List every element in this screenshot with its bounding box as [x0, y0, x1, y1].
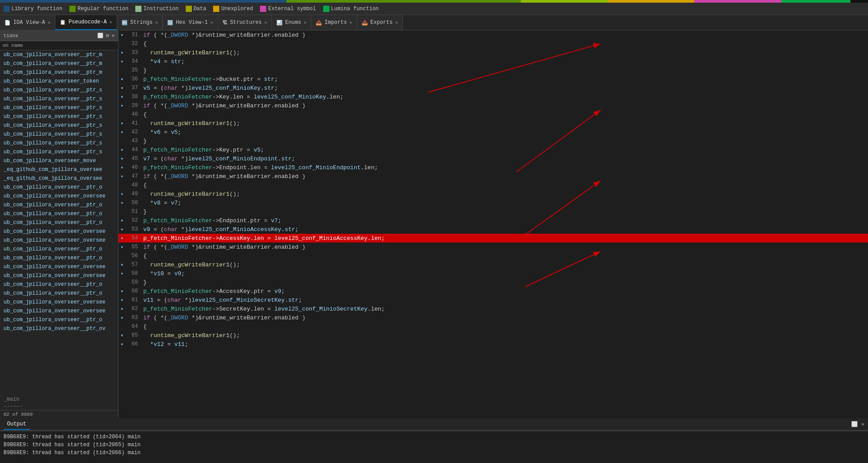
sidebar-item[interactable]: ub_com_jpillora_overseer__ptr_s — [0, 148, 118, 156]
sidebar-item[interactable]: ub_com_jpillora_overseer__ptr_s — [0, 103, 118, 112]
tab-close-exports[interactable]: ✕ — [395, 20, 398, 25]
sidebar-item[interactable]: ub_com_jpillora_overseer__ptr_m — [0, 68, 118, 77]
code-line[interactable]: ●60p_fetch_MinioFetcher->AccessKey.ptr =… — [119, 287, 868, 296]
tab-pseudocode-a[interactable]: 📋 Pseudocode-A ✕ — [55, 15, 117, 30]
code-line[interactable]: ●66 *v12 = v11; — [119, 340, 868, 349]
tab-exports[interactable]: 📤 Exports ✕ — [357, 15, 403, 30]
code-line[interactable]: ●50 *v8 = v7; — [119, 198, 868, 207]
tab-close-pseudo[interactable]: ✕ — [109, 19, 112, 25]
tab-close-hex[interactable]: ✕ — [210, 20, 213, 25]
legend-label-data: Data — [194, 6, 206, 12]
sidebar-item[interactable]: ub_com_jpillora_overseer__ptr_o — [0, 280, 118, 289]
tab-structures[interactable]: 🏗 Structures ✕ — [218, 15, 272, 30]
sidebar-item[interactable]: ub_com_jpillora_overseer__ptr_o — [0, 245, 118, 254]
tab-close-structures[interactable]: ✕ — [264, 20, 267, 25]
sidebar-item[interactable]: ub_com_jpillora_overseer__ptr_o — [0, 183, 118, 192]
code-line[interactable]: ●44p_fetch_MinioFetcher->Key.ptr = v5; — [119, 145, 868, 154]
sidebar-item[interactable]: ub_com_jpillora_overseer__ptr_m — [0, 50, 118, 59]
code-area[interactable]: ●31if ( *(_DWORD *)&runtime_writeBarrier… — [119, 30, 868, 418]
code-line[interactable]: ●53v9 = (char *)level25_conf_MinioAccess… — [119, 225, 868, 234]
code-line[interactable]: ●31if ( *(_DWORD *)&runtime_writeBarrier… — [119, 30, 868, 39]
sidebar-item[interactable]: ub_com_jpillora_overseer_oversee — [0, 307, 118, 315]
code-line[interactable]: 56{ — [119, 251, 868, 260]
sidebar-item[interactable]: ub_com_jpillora_overseer_oversee — [0, 236, 118, 245]
sidebar-item[interactable]: ub_com_jpillora_overseer__ptr_o — [0, 201, 118, 209]
code-line[interactable]: ●55if ( *(_DWORD *)&runtime_writeBarrier… — [119, 243, 868, 251]
code-line[interactable]: 59} — [119, 278, 868, 287]
sidebar-item[interactable]: ub_com_jpillora_overseer_oversee — [0, 262, 118, 271]
sidebar-item[interactable]: ub_com_jpillora_overseer_oversee — [0, 192, 118, 201]
code-line[interactable]: ●41 runtime_gcWriteBarrier1(); — [119, 119, 868, 128]
sidebar-item[interactable]: _eq_github_com_jpillora_oversee — [0, 174, 118, 183]
code-line[interactable]: ●54p_fetch_MinioFetcher->AccessKey.len =… — [119, 234, 868, 243]
code-line[interactable]: 64{ — [119, 322, 868, 331]
sidebar-item[interactable]: ub_com_jpillora_overseer__ptr_o — [0, 254, 118, 262]
tab-hex-view[interactable]: 🔢 Hex View-1 ✕ — [163, 15, 218, 30]
code-line[interactable]: 40{ — [119, 110, 868, 119]
code-line[interactable]: ●46p_fetch_MinioFetcher->Endpoint.len = … — [119, 163, 868, 172]
sidebar-item[interactable]: ub_com_jpillora_overseer_oversee — [0, 271, 118, 280]
tab-enums[interactable]: 📊 Enums ✕ — [272, 15, 311, 30]
sidebar-item[interactable]: ub_com_jpillora_overseer__ptr_ov — [0, 324, 118, 333]
code-line[interactable]: ●65 runtime_gcWriteBarrier1(); — [119, 331, 868, 340]
sidebar-item[interactable]: ub_com_jpillora_overseer__ptr_o — [0, 218, 118, 227]
code-line[interactable]: ●34 *v4 = str; — [119, 57, 868, 66]
sidebar-item[interactable]: ub_com_jpillora_overseer__ptr_s — [0, 86, 118, 95]
tab-ida-view-a[interactable]: 📄 IDA View-A ✕ — [0, 15, 55, 30]
output-tab-output[interactable]: Output — [4, 419, 30, 430]
sidebar-item[interactable]: ub_com_jpillora_overseer_oversee — [0, 227, 118, 236]
sidebar-item[interactable]: _eq_github_com_jpillora_oversee — [0, 165, 118, 174]
code-line[interactable]: ●49 runtime_gcWriteBarrier1(); — [119, 190, 868, 198]
sidebar-item[interactable]: ub_com_jpillora_overseer__ptr_o — [0, 315, 118, 324]
tab-close-enums[interactable]: ✕ — [304, 20, 306, 25]
tab-close-strings[interactable]: ✕ — [155, 20, 158, 25]
line-content: { — [141, 41, 868, 47]
line-content: runtime_gcWriteBarrier1(); — [141, 120, 868, 127]
sidebar-item[interactable]: ub_com_jpillora_overseer_oversee — [0, 298, 118, 307]
sidebar-icon-1[interactable]: ⬜ — [97, 33, 103, 38]
code-line[interactable]: ●58 *v10 = v9; — [119, 269, 868, 278]
code-line[interactable]: 35} — [119, 66, 868, 75]
sidebar-item[interactable]: ub_com_jpillora_overseer_token — [0, 77, 118, 86]
output-icon-close[interactable]: ✕ — [861, 421, 864, 428]
code-line[interactable]: ●36p_fetch_MinioFetcher->Bucket.ptr = st… — [119, 75, 868, 83]
line-number: 32 — [126, 41, 141, 47]
line-dot: ● — [119, 227, 126, 232]
sidebar-list[interactable]: ub_com_jpillora_overseer__ptr_mub_com_jp… — [0, 50, 118, 396]
sidebar-close-icon[interactable]: ✕ — [111, 33, 115, 38]
sidebar-item[interactable]: ub_com_jpillora_overseer_move — [0, 156, 118, 165]
code-line[interactable]: ●42 *v6 = v5; — [119, 128, 868, 137]
code-line[interactable]: ●61v11 = (char *)level25_conf_MinioSecre… — [119, 296, 868, 304]
code-line[interactable]: 32{ — [119, 39, 868, 48]
code-line[interactable]: 48{ — [119, 181, 868, 190]
code-line[interactable]: ●57 runtime_gcWriteBarrier1(); — [119, 260, 868, 269]
sidebar-item[interactable]: ub_com_jpillora_overseer__ptr_s — [0, 112, 118, 121]
sidebar-item[interactable]: ub_com_jpillora_overseer__ptr_o — [0, 289, 118, 298]
code-line[interactable]: 43} — [119, 137, 868, 145]
output-icon-resize[interactable]: ⬜ — [851, 421, 858, 428]
code-line[interactable]: ●33 runtime_gcWriteBarrier1(); — [119, 48, 868, 57]
tab-close-imports[interactable]: ✕ — [350, 20, 352, 25]
sidebar-item[interactable]: ub_com_jpillora_overseer__ptr_s — [0, 139, 118, 148]
tab-close-ida[interactable]: ✕ — [48, 20, 50, 25]
sidebar-item[interactable]: ub_com_jpillora_overseer__ptr_s — [0, 130, 118, 139]
sidebar-icon-2[interactable]: ⊟ — [106, 33, 109, 38]
code-line[interactable]: ●45v7 = (char *)level25_conf_MinioEndpoi… — [119, 154, 868, 163]
code-line[interactable]: ●37v5 = (char *)level25_conf_MinioKey.st… — [119, 83, 868, 92]
code-line[interactable]: ●63if ( *(_DWORD *)&runtime_writeBarrier… — [119, 313, 868, 322]
sidebar-item[interactable]: ub_com_jpillora_overseer__ptr_s — [0, 121, 118, 130]
code-line[interactable]: ●62p_fetch_MinioFetcher->SecretKey.len =… — [119, 304, 868, 313]
tab-imports[interactable]: 📥 Imports ✕ — [311, 15, 357, 30]
tab-icon-pseudo: 📋 — [60, 19, 66, 25]
sidebar-item[interactable]: ub_com_jpillora_overseer__ptr_m — [0, 59, 118, 68]
tab-strings[interactable]: 🔤 Strings ✕ — [117, 15, 163, 30]
sidebar-item[interactable]: ub_com_jpillora_overseer__ptr_s — [0, 95, 118, 103]
legend-lumina-function: Lumina function — [323, 6, 379, 12]
code-line[interactable]: 51} — [119, 207, 868, 216]
code-line[interactable]: ●38p_fetch_MinioFetcher->Key.len = level… — [119, 92, 868, 101]
legend-library-function: Library function — [4, 6, 62, 12]
code-line[interactable]: ●47if ( *(_DWORD *)&runtime_writeBarrier… — [119, 172, 868, 181]
code-line[interactable]: ●52p_fetch_MinioFetcher->Endpoint.ptr = … — [119, 216, 868, 225]
code-line[interactable]: ●39if ( *(_DWORD *)&runtime_writeBarrier… — [119, 101, 868, 110]
sidebar-item[interactable]: ub_com_jpillora_overseer__ptr_o — [0, 209, 118, 218]
